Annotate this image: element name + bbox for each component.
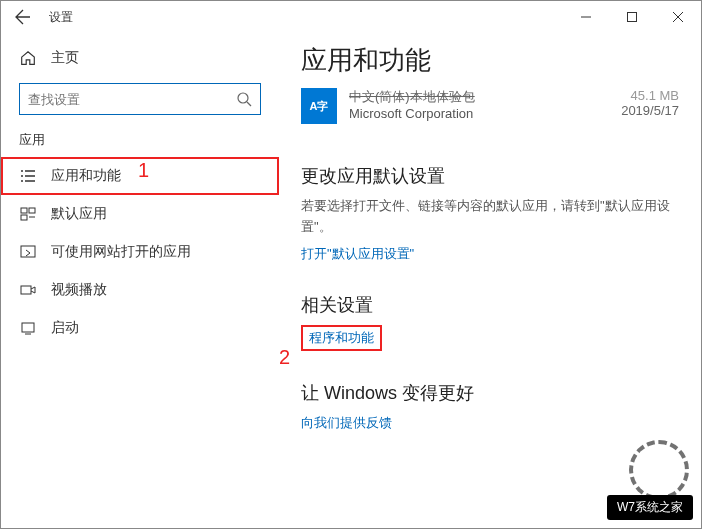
change-defaults-section: 更改应用默认设置 若要选择打开文件、链接等内容的默认应用，请转到"默认应用设置"…	[301, 164, 679, 263]
svg-rect-4	[21, 215, 27, 220]
titlebar: 设置	[1, 1, 701, 33]
search-input[interactable]	[28, 92, 236, 107]
home-link[interactable]: 主页	[1, 43, 279, 73]
svg-point-1	[238, 93, 248, 103]
app-date: 2019/5/17	[621, 103, 679, 118]
sidebar-item-video[interactable]: 视频播放	[1, 271, 279, 309]
home-icon	[19, 49, 37, 67]
feedback-section: 让 Windows 变得更好 向我们提供反馈	[301, 381, 679, 432]
sidebar-item-default-apps[interactable]: 默认应用	[1, 195, 279, 233]
section-desc: 若要选择打开文件、链接等内容的默认应用，请转到"默认应用设置"。	[301, 196, 679, 238]
main-panel: 应用和功能 A字 中文(简体)本地体验包 Microsoft Corporati…	[279, 33, 701, 528]
sidebar-item-label: 应用和功能	[51, 167, 121, 185]
sidebar-item-apps-features[interactable]: 应用和功能 1	[1, 157, 279, 195]
app-size: 45.1 MB	[621, 88, 679, 103]
svg-rect-3	[29, 208, 35, 213]
svg-rect-6	[21, 286, 31, 294]
page-title: 应用和功能	[301, 43, 679, 78]
feedback-link[interactable]: 向我们提供反馈	[301, 414, 392, 432]
svg-rect-7	[22, 323, 34, 332]
app-tile-icon: A字	[301, 88, 337, 124]
arrow-left-icon	[15, 9, 31, 25]
startup-icon	[19, 319, 37, 337]
app-name: 中文(简体)本地体验包	[349, 88, 475, 106]
watermark: W7系统之家	[493, 440, 693, 520]
window-controls	[563, 1, 701, 33]
sidebar: 主页 应用 应用和功能 1 默认应用 可使用网站打开的应用 视频播放 启动	[1, 33, 279, 528]
section-title: 相关设置	[301, 293, 679, 317]
sidebar-item-label: 启动	[51, 319, 79, 337]
defaults-icon	[19, 205, 37, 223]
back-button[interactable]	[9, 3, 37, 31]
close-button[interactable]	[655, 1, 701, 33]
home-label: 主页	[51, 49, 79, 67]
list-icon	[19, 167, 37, 185]
watermark-text: W7系统之家	[607, 495, 693, 520]
watermark-seal-icon	[629, 440, 689, 500]
app-right: 45.1 MB 2019/5/17	[621, 88, 679, 118]
app-list-item[interactable]: A字 中文(简体)本地体验包 Microsoft Corporation 45.…	[301, 88, 679, 124]
annotation-2: 2	[279, 346, 290, 369]
video-icon	[19, 281, 37, 299]
open-defaults-link[interactable]: 打开"默认应用设置"	[301, 245, 414, 263]
app-meta: 中文(简体)本地体验包 Microsoft Corporation	[349, 88, 475, 121]
web-apps-icon	[19, 243, 37, 261]
window-title: 设置	[49, 9, 73, 26]
sidebar-section-header: 应用	[1, 131, 279, 157]
app-left: A字 中文(简体)本地体验包 Microsoft Corporation	[301, 88, 475, 124]
minimize-button[interactable]	[563, 1, 609, 33]
maximize-icon	[627, 12, 637, 22]
titlebar-left: 设置	[9, 3, 73, 31]
svg-rect-2	[21, 208, 27, 213]
related-section: 相关设置 程序和功能	[301, 293, 679, 351]
search-box[interactable]	[19, 83, 261, 115]
search-icon	[236, 91, 252, 107]
maximize-button[interactable]	[609, 1, 655, 33]
content: 主页 应用 应用和功能 1 默认应用 可使用网站打开的应用 视频播放 启动	[1, 33, 701, 528]
section-title: 更改应用默认设置	[301, 164, 679, 188]
sidebar-item-startup[interactable]: 启动	[1, 309, 279, 347]
sidebar-item-label: 可使用网站打开的应用	[51, 243, 191, 261]
svg-rect-0	[628, 13, 637, 22]
sidebar-item-label: 默认应用	[51, 205, 107, 223]
minimize-icon	[581, 12, 591, 22]
programs-features-link[interactable]: 程序和功能	[301, 325, 382, 351]
annotation-1: 1	[138, 159, 149, 182]
section-title: 让 Windows 变得更好	[301, 381, 679, 405]
app-publisher: Microsoft Corporation	[349, 106, 475, 121]
sidebar-item-label: 视频播放	[51, 281, 107, 299]
close-icon	[673, 12, 683, 22]
sidebar-item-web-apps[interactable]: 可使用网站打开的应用	[1, 233, 279, 271]
